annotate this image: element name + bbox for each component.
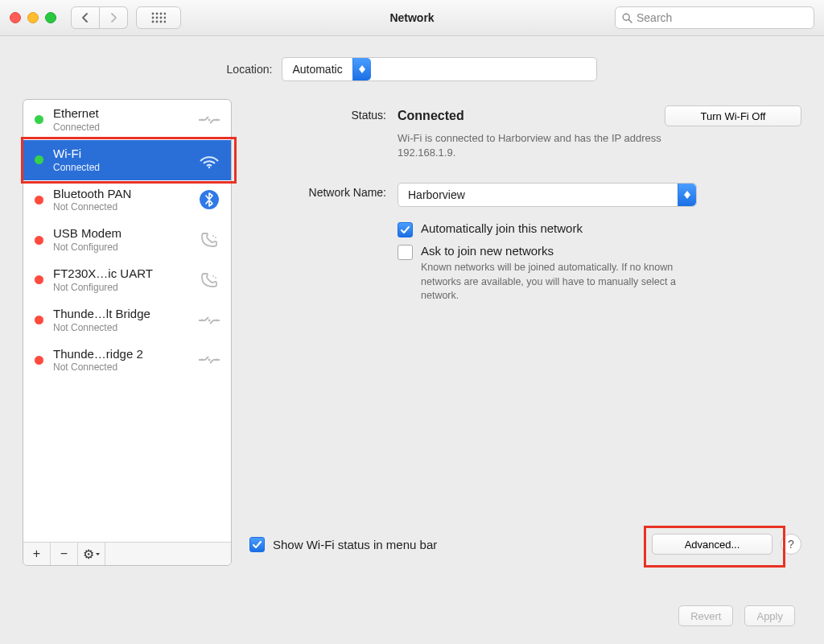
location-value: Automatic [282,63,352,76]
svg-point-15 [208,118,211,121]
search-icon [622,13,632,23]
status-dot-icon [35,236,43,245]
interface-name: USB Modem [53,226,196,242]
ask-to-join-label: Ask to join new networks [421,244,711,258]
interface-status: Not Configured [53,242,196,254]
bluetooth-icon [196,188,223,212]
ethernet-icon [196,348,223,372]
sidebar-item-thunderbolt-bridge-2[interactable]: Thunde…ridge 2 Not Connected [23,341,231,381]
svg-point-1 [156,13,159,15]
search-placeholder: Search [637,11,672,24]
ask-to-join-checkbox[interactable] [398,245,413,260]
auto-join-checkbox[interactable] [398,222,413,237]
status-dot-icon [35,155,43,164]
interface-status: Not Connected [53,322,196,334]
interface-status: Connected [53,122,196,134]
svg-point-3 [164,13,166,15]
advanced-button[interactable]: Advanced... [652,534,772,555]
svg-point-19 [212,235,214,237]
interface-name: Ethernet [53,106,196,122]
network-name-label: Network Name: [249,183,398,199]
show-all-button[interactable] [136,6,181,29]
interface-name: Bluetooth PAN [53,187,196,202]
interface-status: Not Configured [53,282,196,294]
svg-point-22 [215,277,216,279]
network-name-value: Harborview [398,188,475,201]
sidebar-item-ethernet[interactable]: Ethernet Connected [23,100,231,140]
wifi-icon [196,148,223,172]
sidebar-item-ft230x-uart[interactable]: FT230X…ic UART Not Configured [23,260,231,300]
svg-point-8 [152,21,154,23]
search-field[interactable]: Search [615,6,814,29]
phone-icon [196,268,223,292]
sidebar-item-thunderbolt-bridge[interactable]: Thunde…lt Bridge Not Connected [23,300,231,341]
network-name-dropdown[interactable]: Harborview [398,183,697,207]
status-dot-icon [35,275,43,284]
status-label: Status: [249,105,398,122]
svg-point-17 [208,166,210,167]
svg-point-7 [164,17,166,19]
wifi-toggle-button[interactable]: Turn Wi-Fi Off [665,105,801,126]
gear-icon: ⚙ [83,547,94,562]
ethernet-icon [196,308,223,332]
phone-icon [196,228,223,252]
svg-point-27 [208,359,211,361]
svg-point-5 [156,17,159,19]
interface-actions-button[interactable]: ⚙ [78,543,105,565]
svg-point-4 [152,17,154,19]
interface-name: FT230X…ic UART [53,266,196,282]
zoom-window-button[interactable] [45,12,56,23]
status-description: Wi-Fi is connected to Harborview and has… [398,131,719,160]
show-in-menubar-label: Show Wi-Fi status in menu bar [273,538,437,551]
sidebar-item-wifi[interactable]: Wi-Fi Connected [23,140,231,180]
revert-button[interactable]: Revert [678,605,733,626]
help-button[interactable]: ? [781,534,801,555]
svg-point-28 [216,359,218,361]
svg-point-14 [201,118,204,121]
auto-join-label: Automatically join this network [421,221,583,235]
sidebar-item-usb-modem[interactable]: USB Modem Not Configured [23,220,231,260]
svg-point-20 [215,237,216,238]
interface-status: Connected [53,162,196,174]
svg-point-6 [160,17,163,19]
sidebar-item-bluetooth-pan[interactable]: Bluetooth PAN Not Connected [23,180,231,221]
svg-point-0 [152,13,154,15]
interface-list: Ethernet Connected Wi-Fi Connected [23,99,232,566]
svg-point-9 [156,21,159,23]
close-window-button[interactable] [10,12,21,23]
back-button[interactable] [71,6,100,29]
interface-name: Thunde…ridge 2 [53,347,196,362]
status-value: Connected [398,109,464,123]
interface-status: Not Connected [53,201,196,213]
status-dot-icon [35,196,43,204]
chevron-down-icon [96,552,100,556]
svg-point-2 [160,13,163,15]
remove-interface-button[interactable]: − [51,543,78,565]
interface-name: Thunde…lt Bridge [53,307,196,322]
interface-status: Not Connected [53,361,196,374]
svg-point-23 [201,319,204,321]
svg-point-16 [216,118,218,121]
svg-point-25 [216,319,218,321]
svg-point-21 [212,275,214,277]
ethernet-icon [196,108,223,132]
location-dropdown[interactable]: Automatic [282,57,597,81]
minimize-window-button[interactable] [27,12,39,23]
svg-point-24 [208,319,211,321]
svg-point-10 [160,21,163,23]
status-dot-icon [35,356,43,365]
status-dot-icon [35,115,43,124]
interface-name: Wi-Fi [53,147,196,162]
ask-to-join-description: Known networks will be joined automatica… [421,261,711,303]
forward-button[interactable] [100,6,128,29]
status-dot-icon [35,316,43,324]
svg-point-26 [201,359,204,361]
show-in-menubar-checkbox[interactable] [249,537,265,552]
svg-line-13 [628,19,632,23]
dropdown-arrows-icon [352,58,371,80]
add-interface-button[interactable]: + [23,543,51,565]
svg-point-11 [164,21,166,23]
apply-button[interactable]: Apply [744,605,795,626]
location-label: Location: [227,63,273,76]
dropdown-arrows-icon [678,184,696,206]
